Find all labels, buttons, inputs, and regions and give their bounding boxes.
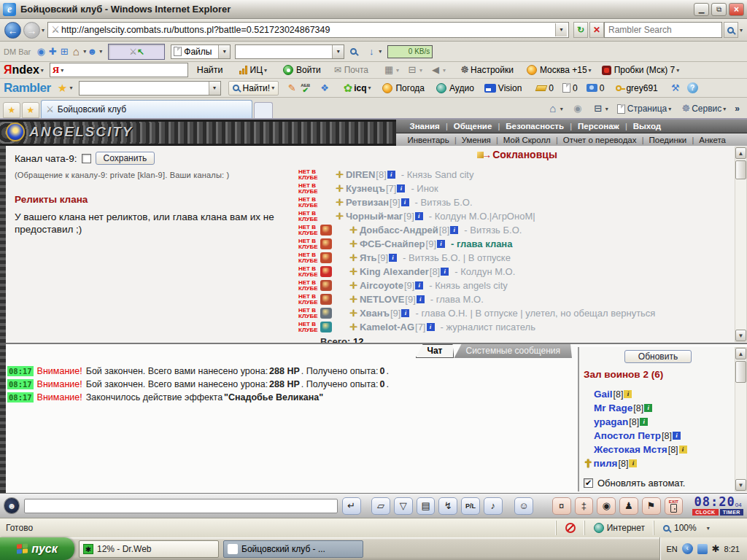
member-name[interactable]: Жестокая Мстя xyxy=(594,444,667,455)
dm-combo-dropdown[interactable]: ▾ xyxy=(332,45,344,58)
member-name[interactable]: Кузнецъ xyxy=(346,183,385,194)
translate-icon[interactable]: ❖ xyxy=(319,82,330,94)
history-dropdown-icon[interactable]: ▾ xyxy=(42,27,44,34)
audio-label[interactable]: Аудио xyxy=(449,83,474,93)
member-name[interactable]: Gail xyxy=(594,389,613,400)
rambler-find-button[interactable]: Найти! ▾ xyxy=(228,81,279,96)
chat-input[interactable] xyxy=(24,499,338,513)
scroll-down-button[interactable]: ▼ xyxy=(735,479,746,491)
dropdown-icon[interactable]: ▾ xyxy=(70,85,73,91)
rambler-combo-dropdown[interactable]: ▾ xyxy=(209,82,220,95)
more-tools-button[interactable]: » xyxy=(735,104,740,114)
save-button[interactable]: Сохранить xyxy=(96,152,155,165)
main-scrollbar[interactable]: ▲ ▼ xyxy=(735,147,747,342)
info-icon[interactable]: i xyxy=(397,184,405,192)
member-name[interactable]: ypagan xyxy=(594,416,628,427)
member-name[interactable]: ФСБ-Снайпер xyxy=(360,238,425,249)
exit-button[interactable]: EXIT xyxy=(665,497,684,515)
info-icon[interactable]: i xyxy=(640,418,648,426)
webcam-icon[interactable]: ◉ xyxy=(35,46,47,58)
filter-button[interactable]: ▽ xyxy=(394,497,413,515)
member-name[interactable]: Хванъ xyxy=(360,308,390,319)
armor-button[interactable]: ◉ xyxy=(597,497,616,515)
smileys-button[interactable]: ☺ xyxy=(514,497,533,515)
scroll-thumb[interactable] xyxy=(735,160,746,179)
info-icon[interactable]: i xyxy=(415,281,423,289)
username-label[interactable]: grey691 xyxy=(626,83,657,93)
rambler-search-input[interactable] xyxy=(604,22,722,38)
dropdown-icon[interactable]: ▾ xyxy=(368,85,371,91)
nav-scroll[interactable]: Мой Скролл xyxy=(498,136,556,144)
page-menu[interactable]: Страница▾ xyxy=(617,104,671,114)
member-name[interactable]: Kamelot-AG xyxy=(360,322,414,332)
zoom-dropdown-icon[interactable]: ▾ xyxy=(707,525,710,532)
nav-umeniya[interactable]: Умения xyxy=(457,136,496,144)
login-button[interactable]: Войти xyxy=(296,65,321,75)
scroll-up-button[interactable]: ▲ xyxy=(735,348,746,359)
nav-obshchenie[interactable]: Общение xyxy=(448,122,498,131)
icq-label[interactable]: icq xyxy=(354,83,366,93)
dropdown-icon[interactable]: ▾ xyxy=(264,67,267,74)
close-button[interactable]: × xyxy=(729,3,744,16)
clock-mode-button[interactable]: CLOCK xyxy=(692,509,718,516)
rss-button[interactable]: ◉ xyxy=(572,103,584,114)
channel-checkbox[interactable] xyxy=(82,154,91,163)
nav-personazh[interactable]: Персонаж xyxy=(572,122,625,131)
info-icon[interactable]: i xyxy=(624,390,632,398)
dropdown-icon[interactable]: ▾ xyxy=(379,48,382,55)
url-text[interactable]: http://angelscity.combats.ru/buttons.pl?… xyxy=(61,25,555,35)
info-icon[interactable]: i xyxy=(437,240,445,248)
players-button[interactable]: ♟ xyxy=(619,497,638,515)
tab-fight-club[interactable]: ⚔ Бойцовский клуб xyxy=(41,100,252,118)
dropdown-icon[interactable]: ▾ xyxy=(61,67,63,74)
member-name[interactable]: Ретвизан xyxy=(346,197,389,208)
info-icon[interactable]: i xyxy=(441,268,449,276)
info-icon[interactable]: i xyxy=(679,446,687,454)
scroll-down-button[interactable]: ▼ xyxy=(735,330,746,341)
info-icon[interactable]: i xyxy=(427,323,435,331)
pages-counter[interactable]: 0 xyxy=(573,83,578,93)
add-user-icon[interactable]: ☻ xyxy=(86,46,98,58)
info-icon[interactable]: i xyxy=(415,212,423,220)
private-log-button[interactable]: P/L xyxy=(461,497,480,515)
minimize-button[interactable]: ▁ xyxy=(694,3,709,16)
member-name[interactable]: NETLOVE xyxy=(360,294,404,305)
search-dropdown-icon[interactable]: ▾ xyxy=(740,27,743,34)
photo-counter[interactable]: 0 xyxy=(600,83,605,93)
tab-chat[interactable]: Чат xyxy=(416,344,454,358)
weapons-button[interactable]: ‡ xyxy=(575,497,594,515)
aim-swords-button[interactable]: ⚔ ↖ xyxy=(108,44,165,60)
settings-button[interactable]: Настройки xyxy=(471,65,514,75)
refresh-button[interactable]: Обновить xyxy=(624,350,692,363)
start-button[interactable]: пуск xyxy=(0,537,74,560)
service-menu[interactable]: ☸Сервис▾ xyxy=(680,103,726,114)
rambler-search-combo[interactable]: ▾ xyxy=(79,81,221,96)
add-window-icon[interactable]: ⊞ xyxy=(58,46,70,58)
log-button[interactable]: ▤ xyxy=(417,497,436,515)
info-icon[interactable]: i xyxy=(401,309,409,317)
yandex-search-input[interactable]: Я ▾ xyxy=(50,63,188,77)
print-button[interactable]: ⊟▾ xyxy=(592,103,608,114)
info-icon[interactable]: i xyxy=(417,295,425,303)
flag-button[interactable]: ⚑ xyxy=(642,497,661,515)
tab-system-messages[interactable]: Системные сообщения xyxy=(454,344,572,358)
nav-perevody[interactable]: Отчет о переводах xyxy=(558,136,642,144)
refresh-button[interactable]: ↻ xyxy=(573,22,588,38)
dropdown-icon[interactable]: ▾ xyxy=(41,67,44,74)
hall-scrollbar[interactable]: ▲ ▼ xyxy=(735,347,747,491)
member-name[interactable]: DIREN xyxy=(346,169,375,180)
member-name[interactable]: Mr Rage xyxy=(594,402,632,413)
files-dropdown-button[interactable]: ▾ xyxy=(218,45,230,58)
eraser-button[interactable]: ▱ xyxy=(371,497,390,515)
nav-bezopasnost[interactable]: Безопасность xyxy=(500,122,570,131)
auto-refresh-checkbox[interactable]: ✔ xyxy=(584,478,593,488)
money-button[interactable]: ¤ xyxy=(552,497,571,515)
info-icon[interactable]: i xyxy=(389,254,397,262)
info-icon[interactable]: i xyxy=(673,432,681,440)
forward-button[interactable]: → xyxy=(23,22,40,39)
member-name[interactable]: Апостол Петр xyxy=(594,430,661,441)
info-icon[interactable]: i xyxy=(401,198,409,206)
member-name[interactable]: King Alexander xyxy=(360,266,429,277)
help-icon[interactable]: ? xyxy=(687,82,698,93)
member-name[interactable]: Донбасс-Андрей xyxy=(360,225,438,236)
